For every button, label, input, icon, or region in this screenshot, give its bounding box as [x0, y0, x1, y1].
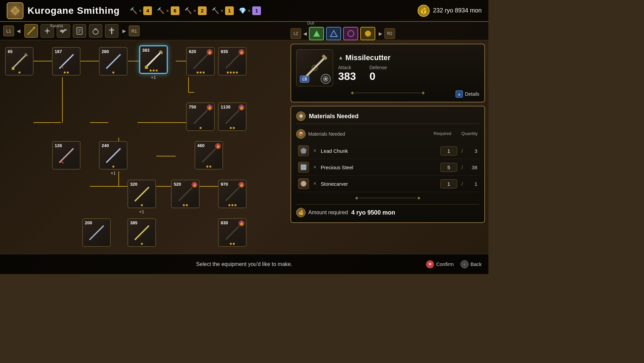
weapon-node-320[interactable]: 320 ×1: [127, 180, 156, 214]
svg-rect-8: [64, 29, 67, 31]
hammer-icon-4: 🔨: [212, 7, 219, 14]
weapon-card-187[interactable]: 187: [52, 47, 80, 76]
weapon-card-935[interactable]: 935 🔒: [218, 47, 247, 76]
weapon-node-126[interactable]: 126: [52, 141, 80, 170]
weapon-card-200[interactable]: 200: [82, 218, 111, 247]
dots-750: [200, 127, 202, 129]
bottom-bar: Select the equipment you'd like to make.…: [0, 254, 488, 274]
mat-qty-lead-chunk: 3: [467, 148, 477, 154]
weapon-level-320: 320: [130, 182, 138, 187]
weapon-card-460[interactable]: 460 🔒: [195, 141, 223, 170]
svg-rect-7: [60, 30, 65, 32]
weapon-card-65[interactable]: 65: [5, 47, 34, 76]
weapon-node-1130[interactable]: 1130 🔒: [218, 102, 247, 131]
weapon-level-620: 620: [189, 49, 196, 54]
svg-point-59: [348, 31, 354, 37]
weapon-node-240[interactable]: 240 ×1: [99, 141, 127, 176]
dots-935: [227, 72, 238, 74]
amount-row: 💰 Amount required 4 ryo 9500 mon: [296, 204, 479, 217]
mat-name-precious-steel: Precious Steel: [321, 165, 437, 170]
weapon-node-280[interactable]: 280: [99, 47, 127, 76]
svg-line-38: [61, 66, 63, 68]
weapon-node-970[interactable]: 970 🔒: [218, 180, 247, 208]
hammer-x2: ×: [166, 8, 169, 13]
amount-icon: 💰: [296, 208, 306, 217]
nav-left-btn[interactable]: L1: [3, 26, 14, 36]
filter-tab-circle[interactable]: [343, 27, 358, 40]
weapon-node-65[interactable]: 65: [5, 47, 34, 76]
dots-187: [64, 72, 69, 74]
svg-line-49: [107, 149, 120, 162]
material-row-stonecarver: × Stonecarver 1 / 1: [296, 176, 479, 192]
weapon-card-240[interactable]: 240: [99, 141, 127, 170]
weapon-tree-container: 65 187 280 383 ×1 620 🔒: [0, 40, 255, 262]
hammer-icon-3: 🔨: [184, 7, 192, 14]
weapon-card-830[interactable]: 830 🔒: [218, 218, 247, 247]
svg-line-46: [226, 110, 239, 124]
category-scroll[interactable]: [73, 24, 86, 38]
details-button[interactable]: ▲ Details: [455, 90, 479, 98]
weapon-card-520[interactable]: 520 🔒: [171, 180, 200, 208]
filter-tab-up[interactable]: [309, 27, 324, 40]
weapon-card-385[interactable]: 385: [127, 218, 156, 247]
weapon-card-750[interactable]: 750 🔒: [186, 102, 215, 131]
weapon-node-200[interactable]: 200: [82, 218, 111, 247]
mat-name-stonecarver: Stonecarver: [321, 181, 437, 187]
filter-tab-tri[interactable]: [326, 27, 341, 40]
weapon-node-520[interactable]: 520 🔒: [171, 180, 200, 208]
confirm-label: Confirm: [436, 261, 454, 267]
filter-tab-gold[interactable]: [360, 27, 375, 40]
back-action[interactable]: ○ Back: [461, 260, 482, 268]
weapon-card-970[interactable]: 970 🔒: [218, 180, 247, 208]
weapon-card-620[interactable]: 620 🔒: [186, 47, 215, 76]
weapon-node-187[interactable]: 187: [52, 47, 80, 76]
lock-icon-830: 🔒: [238, 220, 245, 226]
svg-rect-15: [109, 30, 114, 31]
right-panel: L2 ◀ ▶ R2 Dull: [290, 27, 485, 254]
svg-line-40: [146, 52, 161, 67]
confirm-action[interactable]: ✕ Confirm: [426, 260, 454, 268]
weapon-node-383[interactable]: 383 ×1: [139, 45, 168, 80]
mat-slash-2: /: [462, 165, 463, 170]
weapon-card-126[interactable]: 126: [52, 141, 80, 170]
materials-panel: ⚙ Materials Needed 📦 Materials Needed Re…: [290, 106, 485, 223]
filter-label: Dull: [307, 21, 314, 26]
svg-point-13: [93, 30, 98, 34]
filter-left-btn[interactable]: L2: [290, 28, 301, 39]
category-katana[interactable]: [24, 24, 38, 38]
weapon-node-385[interactable]: 385: [127, 218, 156, 247]
hammer-icon-2: 🔨: [157, 7, 164, 14]
weapon-card-1130[interactable]: 1130 🔒: [218, 102, 247, 131]
dots-460: [206, 166, 211, 168]
nav-right-btn[interactable]: R1: [129, 26, 140, 36]
back-label: Back: [471, 261, 482, 267]
weapon-card-320[interactable]: 320: [127, 180, 156, 208]
hammer-count-1: 4: [143, 6, 152, 15]
weapon-node-830[interactable]: 830 🔒: [218, 218, 247, 247]
weapon-node-935[interactable]: 935 🔒: [218, 47, 247, 76]
multiplier-320: ×1: [139, 209, 144, 214]
hammer-group-3: 🔨 × 2: [184, 6, 207, 15]
divider-top: ◆ ─────────────────────── ◆: [296, 90, 479, 95]
svg-point-60: [365, 31, 371, 37]
multiplier-383: ×1: [151, 75, 156, 80]
weapon-level-126: 126: [55, 143, 62, 148]
attack-label: Attack: [338, 65, 356, 70]
category-pouch[interactable]: [89, 24, 102, 38]
hammer-x3: ×: [194, 8, 196, 13]
weapon-node-460[interactable]: 460 🔒: [195, 141, 223, 170]
dots-65: [18, 72, 20, 74]
hammer-x4: ×: [221, 8, 223, 13]
svg-rect-9: [62, 32, 63, 33]
weapon-card-280[interactable]: 280: [99, 47, 127, 76]
filter-left-arrow: ◀: [303, 31, 307, 36]
weapon-emblem: [321, 74, 331, 84]
category-tool[interactable]: [105, 24, 118, 38]
dots-385: [141, 243, 143, 245]
hammer-group-1: 🔨 × 4: [130, 6, 152, 15]
weapon-node-620[interactable]: 620 🔒: [186, 47, 215, 76]
weapon-card-383[interactable]: 383: [139, 45, 168, 74]
weapon-node-750[interactable]: 750 🔒: [186, 102, 215, 131]
mat-icon-stonecarver: [298, 178, 309, 189]
filter-right-btn[interactable]: R2: [384, 28, 395, 39]
